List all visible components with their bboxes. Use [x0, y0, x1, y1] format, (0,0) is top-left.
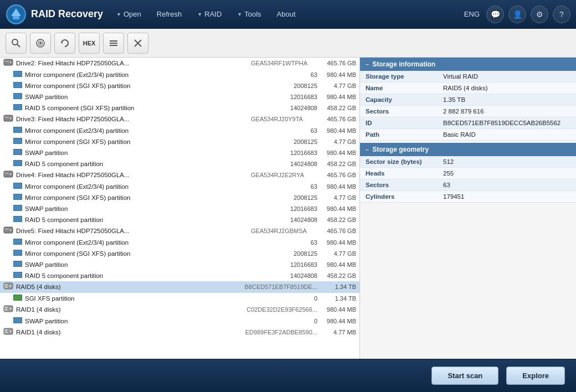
- drive-num-drive3-part2: 2008125: [279, 138, 317, 145]
- svg-rect-20: [13, 104, 22, 110]
- help-button[interactable]: ?: [553, 6, 570, 23]
- drive-name-raid5: RAID5 (4 disks): [16, 283, 240, 290]
- refresh-tool-button[interactable]: [54, 33, 75, 54]
- drive-row-drive5-part1[interactable]: Mirror component (Ext2/3/4) partition639…: [0, 237, 359, 248]
- drive-name-drive5-part1: Mirror component (Ext2/3/4) partition: [25, 239, 279, 246]
- drive-row-drive4-part1[interactable]: Mirror component (Ext2/3/4) partition639…: [0, 181, 359, 192]
- drive-size-drive4-part1: 980.44 MB: [317, 183, 356, 190]
- scan-tool-button[interactable]: [30, 33, 51, 54]
- drive-size-drive4-part3: 980.44 MB: [317, 205, 356, 212]
- geometry-row: Sector size (bytes)512: [360, 156, 576, 168]
- drive-icon-drive2-part3: [13, 93, 22, 101]
- info-row: Capacity1.35 TB: [360, 94, 576, 106]
- drive-row-raid5-part1[interactable]: SGI XFS partition01.34 TB: [0, 293, 359, 304]
- svg-rect-18: [13, 82, 22, 88]
- svg-point-36: [9, 229, 12, 231]
- geometry-value: 63: [438, 179, 576, 191]
- drive-row-drive5[interactable]: Drive5: Fixed Hitachi HDP725050GLA...GEA…: [0, 225, 359, 237]
- drive-row-drive2-part1[interactable]: Mirror component (Ext2/3/4) partition639…: [0, 69, 359, 80]
- settings-button[interactable]: ⚙: [531, 6, 548, 23]
- geometry-row: Sectors63: [360, 179, 576, 191]
- drive-size-drive2: 465.76 GB: [317, 60, 356, 66]
- svg-point-29: [9, 173, 12, 176]
- search-tool-button[interactable]: [6, 33, 27, 54]
- drive-num-drive3-part3: 12016683: [279, 149, 317, 156]
- info-value: Basic RAID: [438, 129, 576, 141]
- svg-rect-38: [13, 239, 22, 245]
- nav-raid[interactable]: ▼ RAID: [189, 7, 229, 22]
- info-row: PathBasic RAID: [360, 129, 576, 141]
- drive-icon-drive4: [3, 171, 13, 179]
- main-content: Drive2: Fixed Hitachi HDP725050GLA...GEA…: [0, 58, 576, 359]
- drive-row-raid5[interactable]: RAID5 (4 disks)B8CED571EB7F8519DE...1.34…: [0, 281, 359, 293]
- geometry-value: 179451: [438, 191, 576, 203]
- drive-row-drive2-part3[interactable]: SWAP partition12016683980.44 MB: [0, 91, 359, 102]
- svg-point-3: [12, 39, 18, 45]
- drive-row-drive2-part2[interactable]: Mirror component (SGI XFS) partition2008…: [0, 80, 359, 91]
- drive-num-drive5-part3: 12016683: [279, 261, 317, 268]
- drive-row-drive4[interactable]: Drive4: Fixed Hitachi HDP725050GLA...GEA…: [0, 169, 359, 181]
- drive-row-drive3-part3[interactable]: SWAP partition12016683980.44 MB: [0, 147, 359, 158]
- drive-row-drive3[interactable]: Drive3: Fixed Hitachi HDP725050GLA...GEA…: [0, 114, 359, 125]
- geometry-key: Cylinders: [360, 191, 438, 203]
- drive-row-raid1-1[interactable]: RAID1 (4 disks)C02DE32D2E93F62566...980.…: [0, 304, 359, 316]
- drive-row-raid1-2[interactable]: RAID1 (4 disks)ED989FE3F2ADBE8590...4.77…: [0, 327, 359, 338]
- drive-row-drive3-part2[interactable]: Mirror component (SGI XFS) partition2008…: [0, 136, 359, 147]
- drive-size-raid1-1: 980.44 MB: [317, 306, 356, 313]
- collapse-storage-icon[interactable]: –: [366, 61, 369, 68]
- svg-point-15: [9, 61, 12, 64]
- drive-num-drive4-part1: 63: [279, 183, 317, 190]
- geometry-key: Sectors: [360, 179, 438, 191]
- drive-name-drive5-part2: Mirror component (SGI XFS) partition: [25, 250, 279, 257]
- svg-rect-17: [13, 71, 22, 77]
- drive-row-raid1-part1[interactable]: SWAP partition0980.44 MB: [0, 316, 359, 327]
- drive-row-drive2-part4[interactable]: RAID 5 component (SGI XFS) partition1402…: [0, 102, 359, 114]
- drive-row-drive4-part2[interactable]: Mirror component (SGI XFS) partition2008…: [0, 192, 359, 203]
- hex-tool-button[interactable]: HEX: [79, 33, 100, 54]
- drive-icon-drive5-part3: [13, 261, 22, 269]
- user-button[interactable]: 👤: [508, 6, 526, 23]
- refresh-icon: [60, 38, 70, 48]
- svg-rect-11: [110, 45, 117, 46]
- drive-num-drive2-part4: 14024808: [279, 105, 317, 111]
- drive-row-drive5-part4[interactable]: RAID 5 component partition14024808458.22…: [0, 270, 359, 281]
- drive-list[interactable]: Drive2: Fixed Hitachi HDP725050GLA...GEA…: [0, 58, 360, 359]
- svg-rect-30: [4, 173, 9, 174]
- drive-row-drive3-part4[interactable]: RAID 5 component partition14024808458.22…: [0, 158, 359, 169]
- drive-name-raid1-2: RAID1 (4 disks): [16, 329, 241, 336]
- explore-button[interactable]: Explore: [506, 367, 565, 385]
- start-scan-button[interactable]: Start scan: [431, 367, 498, 385]
- drive-row-drive5-part2[interactable]: Mirror component (SGI XFS) partition2008…: [0, 248, 359, 259]
- drive-row-drive3-part1[interactable]: Mirror component (Ext2/3/4) partition639…: [0, 125, 359, 136]
- drive-name-drive2-part4: RAID 5 component (SGI XFS) partition: [25, 105, 279, 111]
- drive-size-drive2-part4: 458.22 GB: [317, 105, 356, 111]
- messages-button[interactable]: 💬: [486, 6, 504, 23]
- drive-size-raid1-2: 4.77 MB: [317, 329, 356, 336]
- svg-point-7: [39, 42, 42, 44]
- info-value: Virtual RAID: [438, 71, 576, 82]
- info-key: Path: [360, 129, 438, 141]
- drive-name-raid1-1: RAID1 (4 disks): [16, 306, 242, 313]
- nav-refresh[interactable]: Refresh: [149, 7, 190, 22]
- svg-rect-34: [13, 216, 22, 222]
- svg-rect-32: [13, 194, 22, 200]
- close-tool-button[interactable]: [127, 33, 148, 54]
- drive-size-raid5: 1.34 TB: [317, 283, 356, 290]
- drive-row-drive4-part4[interactable]: RAID 5 component partition14024808458.22…: [0, 214, 359, 225]
- info-row: Sectors2 882 879 616: [360, 106, 576, 117]
- drive-row-drive2[interactable]: Drive2: Fixed Hitachi HDP725050GLA...GEA…: [0, 58, 359, 69]
- drive-row-drive4-part3[interactable]: SWAP partition12016683980.44 MB: [0, 203, 359, 214]
- nav-open[interactable]: ▼ Open: [109, 7, 149, 22]
- drive-row-drive5-part3[interactable]: SWAP partition12016683980.44 MB: [0, 259, 359, 270]
- drive-serial-drive4: GEA534RJ2E2RYA: [251, 172, 317, 178]
- drive-num-raid5-part1: 0: [279, 295, 317, 302]
- nav-tools[interactable]: ▼ Tools: [229, 7, 269, 22]
- storage-info-header: – Storage information: [360, 58, 576, 71]
- drive-name-drive3-part4: RAID 5 component partition: [25, 161, 279, 167]
- list-tool-button[interactable]: [103, 33, 124, 54]
- collapse-geometry-icon[interactable]: –: [366, 146, 369, 153]
- svg-rect-48: [4, 307, 8, 308]
- drive-icon-drive3-part4: [13, 160, 22, 168]
- nav-about[interactable]: About: [269, 7, 304, 22]
- drive-icon-drive5-part2: [13, 250, 22, 257]
